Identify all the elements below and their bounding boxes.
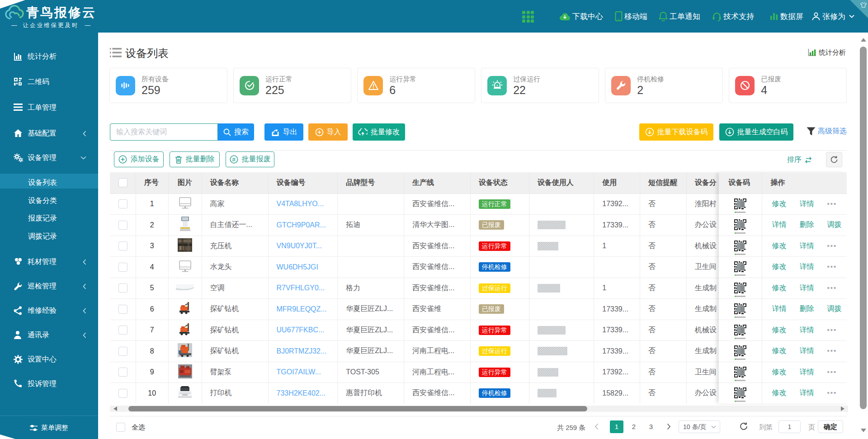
svg-text:废: 废 bbox=[232, 157, 236, 162]
